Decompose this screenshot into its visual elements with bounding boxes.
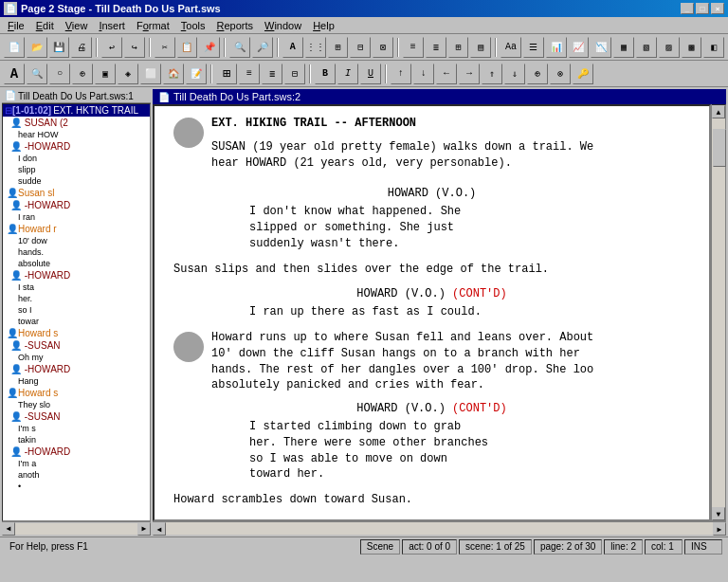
btn-j[interactable]: Aa <box>500 37 521 58</box>
btn-k[interactable]: ☰ <box>523 37 544 58</box>
print-button[interactable]: 🖨 <box>71 37 92 58</box>
outline-item-23[interactable]: Hang <box>3 375 150 387</box>
script-content[interactable]: EXT. HIKING TRAIL -- AFTERNOON SUSAN (19… <box>153 104 711 521</box>
vscrollbar[interactable]: ▲ ▼ <box>711 104 726 521</box>
outline-item-22[interactable]: 👤 -HOWARD <box>3 363 150 375</box>
btn-g[interactable]: ≣ <box>426 37 446 58</box>
toolbar2-o[interactable]: ↓ <box>413 64 434 84</box>
outline-item-8[interactable]: 👤 -HOWARD <box>3 199 150 211</box>
outline-item-3[interactable]: 👤 -HOWARD <box>3 140 150 153</box>
outline-item-13[interactable]: absolute <box>3 258 150 269</box>
hscroll-right[interactable]: ▶ <box>137 522 151 536</box>
paste-button[interactable]: 📌 <box>199 37 220 58</box>
outline-item-16[interactable]: her. <box>3 293 150 304</box>
toolbar2-bold[interactable]: B <box>315 64 336 84</box>
outline-item-25[interactable]: They slo <box>3 399 150 410</box>
toolbar2-c[interactable]: ○ <box>49 64 70 84</box>
toolbar2-v[interactable]: 🔑 <box>573 64 593 84</box>
menu-edit[interactable]: Edit <box>30 18 60 33</box>
toolbar2-s[interactable]: ⇓ <box>504 64 525 84</box>
menu-tools[interactable]: Tools <box>175 18 211 33</box>
outline-item-scene[interactable]: ⊟ [1-01:02] EXT. HKTNG TRAIL <box>3 104 150 117</box>
hscroll-script-left[interactable]: ◀ <box>153 522 166 536</box>
save-button[interactable]: 💾 <box>49 37 70 58</box>
find-button[interactable]: 🔍 <box>229 37 250 58</box>
toolbar2-l[interactable]: ≣ <box>262 64 282 84</box>
toolbar2-u[interactable]: ⊗ <box>550 64 571 84</box>
outline-item-31[interactable]: anoth <box>3 469 150 481</box>
toolbar2-g[interactable]: ⬜ <box>140 64 161 84</box>
outline-item-28[interactable]: takin <box>3 434 150 446</box>
toolbar2-r[interactable]: ⇑ <box>482 64 502 84</box>
toolbar2-d[interactable]: ⊕ <box>72 64 93 84</box>
redo-button[interactable]: ↪ <box>124 37 145 58</box>
outline-item-12[interactable]: hands. <box>3 246 150 258</box>
btn-d[interactable]: ⊟ <box>350 37 371 58</box>
scroll-down-button[interactable]: ▼ <box>712 507 725 520</box>
outline-item-18[interactable]: towar <box>3 316 150 327</box>
menu-window[interactable]: Window <box>259 18 307 33</box>
outline-item-2[interactable]: hear HOW <box>3 129 150 140</box>
scroll-up-button[interactable]: ▲ <box>712 105 725 118</box>
toolbar2-underline[interactable]: U <box>360 64 381 84</box>
outline-item-17[interactable]: so I <box>3 304 150 316</box>
hscroll-left[interactable]: ◀ <box>2 522 15 536</box>
outline-item-19[interactable]: 👤Howard s <box>3 327 150 339</box>
toolbar2-q[interactable]: → <box>459 64 480 84</box>
toolbar2-f[interactable]: ◈ <box>118 64 138 84</box>
outline-item-29[interactable]: 👤 -HOWARD <box>3 446 150 458</box>
menu-view[interactable]: View <box>60 18 94 33</box>
outline-item-15[interactable]: I sta <box>3 282 150 293</box>
outline-item-27[interactable]: I'm s <box>3 423 150 434</box>
zoom-button[interactable]: 🔎 <box>252 37 273 58</box>
outline-item-1[interactable]: 👤 SUSAN (2 <box>3 117 150 129</box>
menu-file[interactable]: File <box>2 18 30 33</box>
new-button[interactable]: 📄 <box>4 37 25 58</box>
toolbar2-e[interactable]: ▣ <box>95 64 116 84</box>
btn-n[interactable]: 📉 <box>591 37 611 58</box>
menu-reports[interactable]: Reports <box>210 18 259 33</box>
toolbar2-t[interactable]: ⊕ <box>527 64 548 84</box>
toolbar2-j[interactable]: ⊞ <box>216 64 237 84</box>
btn-i[interactable]: ▤ <box>470 37 491 58</box>
btn-a[interactable]: A <box>282 37 303 58</box>
outline-item-32[interactable]: • <box>3 481 150 492</box>
outline-item-24[interactable]: 👤Howard s <box>3 387 150 399</box>
btn-b[interactable]: ⋮⋮ <box>305 37 326 58</box>
outline-item-7[interactable]: 👤Susan sl <box>3 187 150 199</box>
outline-item-30[interactable]: I'm a <box>3 458 150 469</box>
toolbar2-italic[interactable]: I <box>337 64 358 84</box>
outline-item-9[interactable]: I ran <box>3 211 150 223</box>
toolbar2-k[interactable]: ≡ <box>239 64 260 84</box>
toolbar2-p[interactable]: ← <box>436 64 457 84</box>
menu-insert[interactable]: Insert <box>93 18 131 33</box>
btn-r[interactable]: ▩ <box>682 37 702 58</box>
btn-e[interactable]: ⊠ <box>373 37 393 58</box>
btn-s[interactable]: ◧ <box>703 37 724 58</box>
hscroll-track[interactable] <box>15 523 137 535</box>
scroll-thumb[interactable] <box>713 129 726 167</box>
outline-item-10[interactable]: 👤Howard r <box>3 223 150 235</box>
outline-item-6[interactable]: sudde <box>3 175 150 187</box>
btn-p[interactable]: ▧ <box>636 37 657 58</box>
btn-l[interactable]: 📊 <box>546 37 567 58</box>
outline-item-11[interactable]: 10' dow <box>3 235 150 246</box>
btn-o[interactable]: ▦ <box>613 37 634 58</box>
toolbar2-m[interactable]: ⊟ <box>284 64 305 84</box>
scroll-track[interactable] <box>712 118 725 507</box>
btn-c[interactable]: ⊞ <box>328 37 349 58</box>
minimize-button[interactable]: _ <box>681 3 694 14</box>
copy-button[interactable]: 📋 <box>177 37 198 58</box>
toolbar2-h[interactable]: 🏠 <box>163 64 184 84</box>
outline-item-26[interactable]: 👤 -SUSAN <box>3 410 150 423</box>
toolbar2-i[interactable]: 📝 <box>186 64 207 84</box>
toolbar2-b[interactable]: 🔍 <box>27 64 47 84</box>
open-button[interactable]: 📂 <box>27 37 47 58</box>
undo-button[interactable]: ↩ <box>101 37 122 58</box>
toolbar2-a[interactable]: A <box>4 64 25 84</box>
maximize-button[interactable]: □ <box>696 3 709 14</box>
outline-item-4[interactable]: I don <box>3 153 150 164</box>
menu-help[interactable]: Help <box>307 18 340 33</box>
outline-item-21[interactable]: Oh my <box>3 352 150 363</box>
outline-item-5[interactable]: slipp <box>3 164 150 175</box>
